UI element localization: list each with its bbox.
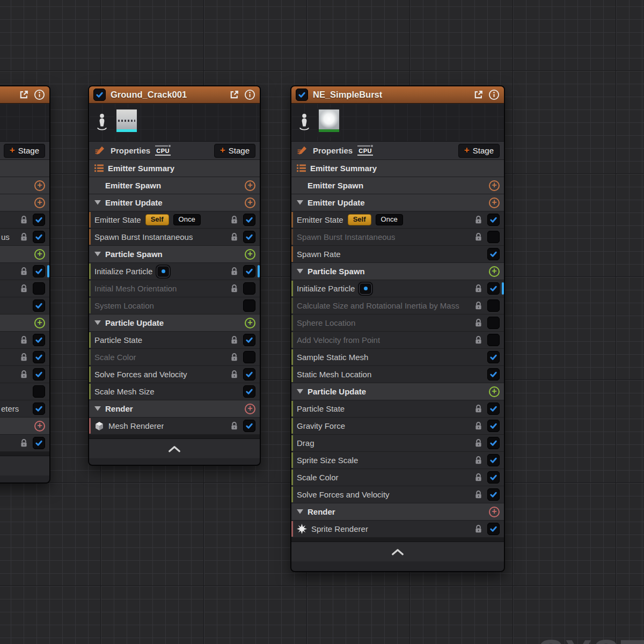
lock-icon[interactable] [230, 284, 238, 293]
module-row-scale-mesh-size[interactable]: Scale Mesh Size [89, 383, 260, 400]
lock-icon[interactable] [474, 284, 482, 293]
module-row-initialize-particle[interactable]: Initialize Particle [89, 263, 260, 280]
module-enabled-checkbox[interactable] [487, 248, 500, 260]
add-module-plus-button[interactable]: + [245, 197, 255, 208]
module-enabled-checkbox[interactable] [487, 334, 500, 346]
module-row-sprite-size-scale[interactable]: Sprite Size Scale [291, 452, 504, 469]
module-row[interactable] [0, 280, 49, 297]
lock-icon[interactable] [474, 438, 482, 448]
module-row[interactable] [0, 332, 49, 349]
open-in-editor-icon[interactable] [473, 90, 484, 100]
stack-header[interactable]: + [0, 177, 49, 194]
message-dot-badge[interactable] [359, 283, 372, 295]
module-enabled-checkbox[interactable] [33, 351, 45, 363]
add-module-plus-button[interactable]: + [489, 266, 500, 277]
add-stage-button[interactable]: + Stage [214, 144, 255, 158]
emitter-thumbnail[interactable] [114, 108, 139, 137]
module-enabled-checkbox[interactable] [487, 471, 500, 484]
localspace-person-icon[interactable] [298, 113, 311, 132]
stack-header-render[interactable]: Render+ [291, 503, 504, 521]
scope-badge-once[interactable]: Once [173, 214, 201, 225]
module-enabled-checkbox[interactable] [487, 317, 500, 329]
emitter-header[interactable]: NE_SimpleBurst [291, 86, 504, 104]
module-enabled-checkbox[interactable] [33, 368, 45, 380]
module-enabled-checkbox[interactable] [33, 385, 45, 398]
lock-icon[interactable] [474, 301, 482, 310]
add-module-plus-button[interactable]: + [489, 197, 500, 208]
lock-icon[interactable] [20, 215, 28, 224]
lock-icon[interactable] [20, 284, 28, 293]
module-enabled-checkbox[interactable] [243, 214, 255, 226]
module-row-solve-forces-and-velocity[interactable]: Solve Forces and Velocity [89, 366, 260, 383]
stack-header-emitter-summary[interactable]: Emitter Summary [89, 160, 260, 177]
module-enabled-checkbox[interactable] [487, 299, 500, 312]
module-enabled-checkbox[interactable] [487, 437, 500, 449]
collapse-arrow-icon[interactable] [94, 320, 101, 325]
module-enabled-checkbox[interactable] [487, 351, 500, 363]
module-enabled-checkbox[interactable] [33, 231, 45, 243]
lock-icon[interactable] [474, 490, 482, 499]
stack-header[interactable]: + [0, 246, 49, 263]
module-enabled-checkbox[interactable] [33, 334, 45, 346]
module-enabled-checkbox[interactable] [243, 351, 255, 363]
collapse-arrow-icon[interactable] [297, 269, 303, 274]
info-icon[interactable] [34, 89, 45, 100]
module-row-system-location[interactable]: System Location [89, 297, 260, 314]
lock-icon[interactable] [230, 267, 238, 276]
add-module-plus-button[interactable]: + [245, 249, 255, 260]
module-enabled-checkbox[interactable] [487, 454, 500, 466]
add-module-plus-button[interactable]: + [245, 318, 255, 328]
collapse-arrow-icon[interactable] [94, 252, 101, 257]
module-enabled-checkbox[interactable] [243, 282, 255, 295]
properties-row[interactable]: Properties CPU + Stage [0, 142, 49, 160]
collapse-arrow-icon[interactable] [94, 200, 101, 205]
emitter-node-partial[interactable]: Properties CPU + Stage ++us++eters+ [0, 85, 50, 484]
add-module-plus-button[interactable]: + [34, 180, 45, 191]
collapse-stack-button[interactable] [0, 456, 49, 475]
module-row[interactable] [0, 366, 49, 383]
module-row-us[interactable]: us [0, 229, 49, 246]
collapse-arrow-icon[interactable] [297, 200, 303, 205]
lock-icon[interactable] [20, 267, 28, 276]
lock-icon[interactable] [474, 215, 482, 224]
collapse-arrow-icon[interactable] [297, 389, 303, 394]
stack-header-particle-update[interactable]: Particle Update+ [291, 383, 504, 400]
module-enabled-checkbox[interactable] [487, 282, 500, 295]
module-row[interactable] [0, 435, 49, 452]
module-row[interactable] [0, 211, 49, 229]
module-row-particle-state[interactable]: Particle State [89, 332, 260, 349]
module-enabled-checkbox[interactable] [33, 214, 45, 226]
module-enabled-checkbox[interactable] [243, 385, 255, 398]
collapse-stack-button[interactable] [291, 542, 504, 561]
add-module-plus-button[interactable]: + [245, 404, 255, 414]
module-row-scale-color[interactable]: Scale Color [291, 469, 504, 486]
stack-header[interactable] [0, 160, 49, 177]
add-module-plus-button[interactable]: + [489, 507, 500, 517]
stack-header-particle-spawn[interactable]: Particle Spawn+ [291, 263, 504, 280]
open-in-editor-icon[interactable] [19, 90, 29, 100]
module-enabled-checkbox[interactable] [243, 299, 255, 312]
lock-icon[interactable] [20, 232, 28, 241]
emitter-enabled-checkbox[interactable] [296, 89, 308, 101]
add-stage-button[interactable]: + Stage [4, 144, 45, 158]
module-row-sprite-renderer[interactable]: Sprite Renderer [291, 521, 504, 538]
lock-icon[interactable] [20, 353, 28, 362]
info-icon[interactable] [244, 89, 255, 100]
collapse-arrow-icon[interactable] [94, 406, 101, 411]
add-stage-button[interactable]: + Stage [458, 144, 500, 158]
module-enabled-checkbox[interactable] [487, 523, 500, 535]
module-row-mesh-renderer[interactable]: Mesh Renderer [89, 418, 260, 435]
module-row-initialize-particle[interactable]: Initialize Particle [291, 280, 504, 297]
lock-icon[interactable] [230, 215, 238, 224]
add-module-plus-button[interactable]: + [34, 197, 45, 208]
emitter-thumbnail[interactable] [317, 108, 341, 137]
stack-header-particle-spawn[interactable]: Particle Spawn+ [89, 246, 260, 263]
module-row[interactable] [0, 297, 49, 314]
scope-badge-self[interactable]: Self [145, 214, 169, 225]
lock-icon[interactable] [474, 232, 482, 241]
module-enabled-checkbox[interactable] [487, 214, 500, 226]
module-row-emitter-state[interactable]: Emitter StateSelfOnce [89, 211, 260, 229]
lock-icon[interactable] [474, 421, 482, 430]
lock-icon[interactable] [20, 438, 28, 448]
module-enabled-checkbox[interactable] [243, 420, 255, 432]
